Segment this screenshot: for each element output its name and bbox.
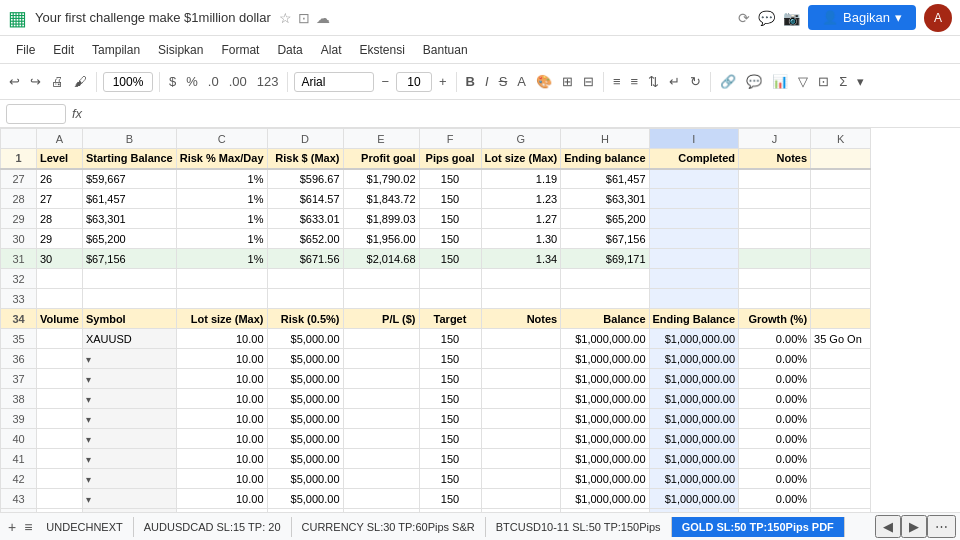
cell[interactable]: Starting Balance — [82, 149, 176, 169]
cell[interactable] — [481, 449, 561, 469]
cell[interactable]: 0.00% — [739, 369, 811, 389]
cell[interactable]: P/L ($) — [343, 309, 419, 329]
cell[interactable]: 10.00 — [176, 449, 267, 469]
cell[interactable]: 150 — [419, 489, 481, 509]
cell[interactable]: $1,956.00 — [343, 229, 419, 249]
cloud-icon[interactable]: ☁ — [316, 10, 330, 26]
cell[interactable] — [343, 389, 419, 409]
cell[interactable] — [811, 369, 871, 389]
cell[interactable]: Notes — [739, 149, 811, 169]
text-color-button[interactable]: A — [514, 71, 529, 92]
cell[interactable]: $63,301 — [561, 189, 649, 209]
cell[interactable]: $1,000,000.00 — [561, 389, 649, 409]
tab-scroll-left[interactable]: ◀ — [875, 515, 901, 538]
comment-button[interactable]: 💬 — [743, 71, 765, 92]
font-decrease-button[interactable]: − — [378, 71, 392, 92]
cell[interactable]: ▾ — [82, 409, 176, 429]
cell[interactable]: Symbol — [82, 309, 176, 329]
cell[interactable] — [267, 269, 343, 289]
cell[interactable] — [343, 269, 419, 289]
cell[interactable]: 150 — [419, 249, 481, 269]
cell[interactable] — [649, 169, 739, 189]
cell[interactable]: Risk $ (Max) — [267, 149, 343, 169]
cell[interactable]: Risk (0.5%) — [267, 309, 343, 329]
cell[interactable]: 0.00% — [739, 329, 811, 349]
cell[interactable] — [343, 289, 419, 309]
cell[interactable]: ▾ — [82, 349, 176, 369]
cell[interactable] — [481, 289, 561, 309]
cell[interactable]: 10.00 — [176, 369, 267, 389]
cell[interactable] — [37, 469, 83, 489]
comment-icon[interactable]: 💬 — [758, 10, 775, 26]
sheet-menu-button[interactable]: ≡ — [20, 517, 36, 537]
cell[interactable]: $1,000,000.00 — [561, 449, 649, 469]
cell[interactable]: 10.00 — [176, 389, 267, 409]
col-k[interactable]: K — [811, 129, 871, 149]
print-button[interactable]: 🖨 — [48, 71, 67, 92]
cell[interactable]: $69,171 — [561, 249, 649, 269]
col-c[interactable]: C — [176, 129, 267, 149]
cell[interactable]: $1,000,000.00 — [561, 469, 649, 489]
cell[interactable] — [37, 449, 83, 469]
format-number-button[interactable]: 123 — [254, 71, 282, 92]
cell[interactable]: $1,000,000.00 — [649, 429, 739, 449]
cell[interactable] — [811, 469, 871, 489]
cell[interactable]: $67,156 — [561, 229, 649, 249]
grid-container[interactable]: A B C D E F G H I J K 1LevelStarting Bal… — [0, 128, 960, 512]
cell[interactable]: $1,899.03 — [343, 209, 419, 229]
cell[interactable]: Target — [419, 309, 481, 329]
cell[interactable]: $1,000,000.00 — [561, 489, 649, 509]
menu-item-ekstensi[interactable]: Ekstensi — [351, 40, 412, 60]
cell[interactable] — [811, 169, 871, 189]
sheet-tab[interactable]: AUDUSDCAD SL:15 TP: 20 — [134, 517, 292, 537]
cell[interactable]: 35 Go On — [811, 329, 871, 349]
tab-scroll-right[interactable]: ▶ — [901, 515, 927, 538]
cell[interactable]: $1,000,000.00 — [649, 389, 739, 409]
cell[interactable]: $1,000,000.00 — [561, 409, 649, 429]
cell[interactable] — [811, 229, 871, 249]
cell[interactable]: $1,790.02 — [343, 169, 419, 189]
cell[interactable] — [739, 249, 811, 269]
cell[interactable]: $59,667 — [82, 169, 176, 189]
cell[interactable] — [343, 449, 419, 469]
cell[interactable]: 1.30 — [481, 229, 561, 249]
cell[interactable] — [481, 489, 561, 509]
cell[interactable]: $1,000,000.00 — [649, 349, 739, 369]
col-j[interactable]: J — [739, 129, 811, 149]
cell[interactable] — [739, 229, 811, 249]
cell[interactable]: 150 — [419, 389, 481, 409]
cell[interactable] — [561, 289, 649, 309]
menu-item-bantuan[interactable]: Bantuan — [415, 40, 476, 60]
cell[interactable]: $1,000,000.00 — [561, 509, 649, 513]
cell[interactable] — [37, 389, 83, 409]
cell[interactable]: 10.00 — [176, 469, 267, 489]
cell[interactable]: $5,000.00 — [267, 389, 343, 409]
cell[interactable] — [649, 189, 739, 209]
rotate-button[interactable]: ↻ — [687, 71, 704, 92]
col-h[interactable]: H — [561, 129, 649, 149]
cell[interactable]: 150 — [419, 169, 481, 189]
paint-format-button[interactable]: 🖌 — [71, 71, 90, 92]
cell[interactable]: 10.00 — [176, 489, 267, 509]
cell[interactable]: $1,000,000.00 — [649, 469, 739, 489]
cell[interactable]: $5,000.00 — [267, 409, 343, 429]
cell[interactable] — [811, 209, 871, 229]
cell[interactable]: $61,457 — [561, 169, 649, 189]
avatar[interactable]: A — [924, 4, 952, 32]
menu-item-data[interactable]: Data — [269, 40, 310, 60]
cell[interactable] — [419, 269, 481, 289]
sheet-tab[interactable]: BTCUSD10-11 SL:50 TP:150Pips — [486, 517, 672, 537]
borders-button[interactable]: ⊞ — [559, 71, 576, 92]
cell[interactable]: 0.00% — [739, 469, 811, 489]
cell[interactable]: Pips goal — [419, 149, 481, 169]
merge-button[interactable]: ⊟ — [580, 71, 597, 92]
cell[interactable] — [37, 269, 83, 289]
cell[interactable] — [649, 269, 739, 289]
cell[interactable]: 26 — [37, 169, 83, 189]
cell[interactable] — [649, 209, 739, 229]
cell[interactable] — [811, 449, 871, 469]
cell[interactable] — [811, 409, 871, 429]
cell[interactable] — [37, 329, 83, 349]
cell[interactable]: 27 — [37, 189, 83, 209]
cell[interactable]: $652.00 — [267, 229, 343, 249]
